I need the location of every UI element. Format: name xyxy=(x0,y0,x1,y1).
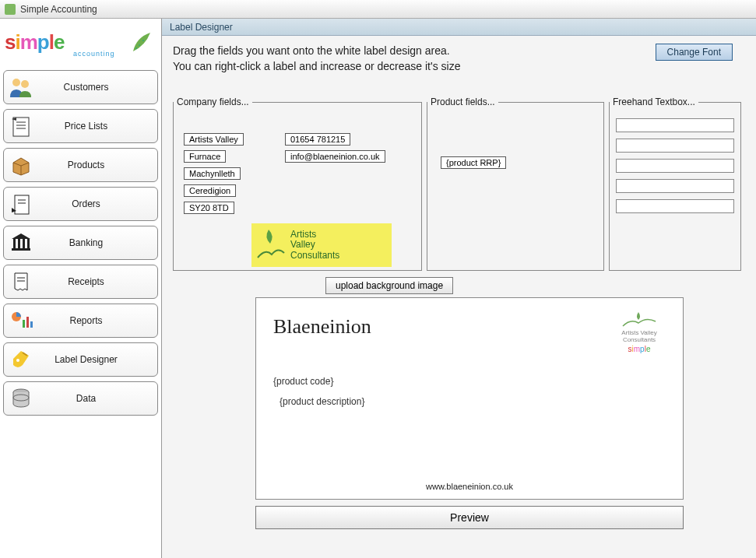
svg-rect-23 xyxy=(30,321,33,328)
canvas-logo[interactable]: Artists Valley Consultants simple xyxy=(608,311,670,357)
sidebar-item-reports[interactable]: Reports xyxy=(3,304,158,338)
svg-point-2 xyxy=(142,40,144,41)
field-chip[interactable]: Furnace xyxy=(184,150,226,163)
sidebar-item-label: Receipts xyxy=(38,276,157,287)
customers-icon xyxy=(4,73,38,101)
svg-rect-22 xyxy=(26,317,29,328)
field-chip[interactable]: SY20 8TD xyxy=(184,202,234,214)
freehand-textbox-input[interactable] xyxy=(616,118,734,132)
sidebar-item-label: Reports xyxy=(38,315,157,326)
receipts-icon xyxy=(4,268,38,296)
sidebar-item-data[interactable]: Data xyxy=(3,381,158,416)
window-titlebar: Simple Accounting xyxy=(0,0,756,19)
canvas-url[interactable]: www.blaeneinion.co.uk xyxy=(256,482,683,491)
label-design-canvas[interactable]: Blaeneinion Artists Valley Consultants s… xyxy=(255,297,684,500)
svg-point-1 xyxy=(139,44,140,46)
window-title: Simple Accounting xyxy=(20,4,97,15)
sidebar-item-banking[interactable]: Banking xyxy=(3,226,158,260)
freehand-textbox-group: Freehand Textbox... xyxy=(609,97,741,271)
freehand-textbox-input[interactable] xyxy=(616,159,734,173)
labeldesigner-icon xyxy=(4,346,38,374)
change-font-button[interactable]: Change Font xyxy=(656,44,733,61)
svg-rect-21 xyxy=(23,320,25,328)
canvas-company-name[interactable]: Blaeneinion xyxy=(273,315,371,339)
svg-rect-16 xyxy=(27,239,30,248)
freehand-legend: Freehand Textbox... xyxy=(610,97,698,107)
field-chip[interactable]: Ceredigion xyxy=(184,184,236,197)
company-logo-image[interactable]: ArtistsValleyConsultants xyxy=(251,223,392,267)
sidebar: simple accounting CustomersPrice ListsPr… xyxy=(0,19,162,558)
orders-icon xyxy=(4,190,38,218)
svg-point-24 xyxy=(16,359,19,362)
field-chip[interactable]: 01654 781215 xyxy=(285,133,350,146)
banking-icon xyxy=(4,229,38,257)
app-icon xyxy=(5,4,16,15)
freehand-textbox-input[interactable] xyxy=(616,199,734,213)
svg-point-0 xyxy=(135,47,137,49)
field-chip-product-rrp[interactable]: {product RRP} xyxy=(441,156,506,169)
product-fields-legend: Product fields... xyxy=(427,97,498,107)
app-logo: simple accounting xyxy=(0,19,161,65)
sidebar-item-label: Products xyxy=(38,160,157,170)
upload-background-button[interactable]: upload background image xyxy=(325,277,453,294)
sidebar-item-receipts[interactable]: Receipts xyxy=(3,265,158,299)
sidebar-item-label: Banking xyxy=(38,237,157,248)
svg-rect-15 xyxy=(23,239,25,248)
panel-title: Label Designer xyxy=(162,19,756,36)
sidebar-item-customers[interactable]: Customers xyxy=(3,70,158,104)
canvas-product-description[interactable]: {product description} xyxy=(280,396,364,407)
sidebar-item-products[interactable]: Products xyxy=(3,148,158,182)
sidebar-item-label: Customers xyxy=(38,82,157,93)
sidebar-item-labeldesigner[interactable]: Label Designer xyxy=(3,342,158,377)
data-icon xyxy=(4,384,38,412)
freehand-textbox-input[interactable] xyxy=(616,179,734,193)
content-panel: Label Designer Drag the fields you want … xyxy=(162,19,756,558)
field-chip[interactable]: info@blaeneinion.co.uk xyxy=(285,150,385,163)
svg-rect-17 xyxy=(12,248,30,251)
sidebar-item-label: Label Designer xyxy=(38,354,157,365)
svg-point-3 xyxy=(12,79,20,86)
company-fields-legend: Company fields... xyxy=(174,97,252,107)
hills-leaf-icon xyxy=(255,226,286,264)
svg-point-4 xyxy=(21,80,29,88)
leaf-icon xyxy=(128,28,156,56)
freehand-textbox-input[interactable] xyxy=(616,139,734,153)
sidebar-item-label: Data xyxy=(38,393,157,404)
field-chip[interactable]: Machynlleth xyxy=(184,167,241,180)
preview-button[interactable]: Preview xyxy=(255,506,684,529)
sidebar-item-label: Orders xyxy=(38,198,157,209)
sidebar-item-pricelists[interactable]: Price Lists xyxy=(3,109,158,143)
reports-icon xyxy=(4,307,38,335)
field-chip[interactable]: Artists Valley xyxy=(184,133,244,146)
sidebar-item-label: Price Lists xyxy=(38,121,157,132)
products-icon xyxy=(4,151,38,179)
sidebar-item-orders[interactable]: Orders xyxy=(3,187,158,221)
svg-rect-14 xyxy=(18,239,20,248)
company-fields-group: Company fields... Artists ValleyFurnaceM… xyxy=(173,97,422,271)
svg-rect-10 xyxy=(15,195,29,214)
pricelists-icon xyxy=(4,112,38,140)
svg-rect-13 xyxy=(13,239,16,248)
canvas-product-code[interactable]: {product code} xyxy=(273,376,333,387)
product-fields-group: Product fields... {product RRP} xyxy=(427,97,604,271)
